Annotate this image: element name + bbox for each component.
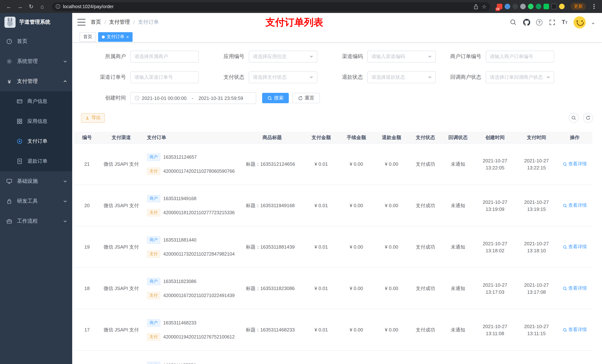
sidebar-item-devtools[interactable]: 研发工具 (0, 191, 72, 211)
merchant-order-no: 1635311157576 (163, 363, 196, 364)
paid-time: 13:11:15 (527, 330, 546, 337)
view-detail-link[interactable]: 查看详情 (563, 161, 587, 167)
back-icon[interactable]: ← (4, 2, 13, 11)
pay-status-select[interactable]: 请选择支付状态 (249, 71, 317, 83)
cell-refund: ¥ 0.00 (374, 203, 409, 208)
cell-fee: ¥ 0.00 (339, 327, 374, 333)
placeholder-text: 请输入渠道订单号 (134, 74, 195, 81)
reset-button[interactable]: 重置 (292, 93, 320, 103)
merchant-order-no: 1635311823086 (163, 279, 196, 284)
bookmark-star-icon[interactable]: ☆ (482, 3, 486, 10)
ext-dark-icon[interactable] (512, 4, 518, 9)
ext-emoji-icon[interactable] (559, 4, 565, 9)
channel-code-select[interactable]: 请输入渠道编码 (367, 51, 436, 62)
sidebar-item-system[interactable]: 系统管理 (0, 52, 72, 71)
view-detail-link[interactable]: 查看详情 (563, 285, 587, 291)
date-start-value[interactable]: 2021-10-01 00:00:00 (142, 95, 186, 101)
channel-order-no-input[interactable]: 请输入渠道订单号 (130, 71, 199, 83)
cell-id: 18 (74, 286, 100, 291)
merchant-select[interactable]: 请选择所属商户 (130, 51, 199, 62)
lock-icon (6, 198, 13, 205)
briefcase-icon (6, 218, 13, 225)
sidebar-menu: 首页 系统管理 ¥ 支付管理 (0, 31, 72, 231)
breadcrumb-payment[interactable]: 支付管理 (109, 19, 130, 26)
address-bar[interactable]: localhost:1024/pay/order ☆ (52, 2, 490, 11)
sidebar-item-refund-order[interactable]: 退款订单 (0, 151, 72, 171)
cell-paid: 2021-10-27 13:18:10 (516, 240, 557, 254)
payment-submenu: 商户信息 应用信息 支付订单 (0, 91, 72, 171)
ext-chat-icon[interactable] (544, 4, 549, 9)
view-detail-link[interactable]: 查看详情 (563, 244, 587, 250)
cell-id: 21 (74, 161, 100, 167)
sidebar-toggle-icon[interactable] (77, 19, 86, 26)
logo-image (4, 17, 16, 28)
share-icon[interactable] (474, 4, 479, 9)
search-icon[interactable] (509, 19, 517, 26)
sidebar-item-merchant-info[interactable]: 商户信息 (0, 91, 72, 111)
browser-menu-icon[interactable] (593, 6, 595, 7)
pay-tag: 支付 (147, 209, 160, 216)
cell-order: 商户 1635311881440 支付 42000011732021102728… (142, 233, 241, 261)
paid-time: 13:19:15 (527, 206, 546, 213)
cell-amount: ¥ 0.01 (304, 286, 339, 291)
search-toggle-button[interactable] (569, 113, 579, 123)
created-date: 2021-10-27 (483, 157, 507, 164)
user-avatar[interactable] (573, 16, 586, 28)
ext-check-icon[interactable] (536, 4, 541, 9)
created-time: 13:11:08 (486, 330, 504, 337)
sidebar-item-payment[interactable]: ¥ 支付管理 (0, 71, 72, 91)
date-end-value[interactable]: 2021-10-31 23:59:59 (198, 95, 243, 101)
sidebar-item-workflow[interactable]: 工作流程 (0, 211, 72, 231)
url-text[interactable]: localhost:1024/pay/order (63, 4, 471, 9)
font-size-icon[interactable]: TT (562, 19, 568, 25)
app-select[interactable]: 请选择应用信息 (249, 51, 317, 62)
column-header: 回调状态 (442, 134, 474, 141)
cell-id: 17 (74, 327, 100, 333)
fullscreen-icon[interactable] (548, 19, 556, 26)
ext-red-icon[interactable]: 10 (497, 4, 502, 9)
pay-tag: 支付 (147, 333, 160, 341)
create-time-range-picker[interactable]: 2021-10-01 00:00:00 - 2021-10-31 23:59:5… (130, 92, 256, 104)
column-header: 支付渠道 (100, 134, 142, 141)
cell-channel: 微信 JSAPI 支付 (100, 326, 142, 333)
cell-title: 标题：1635311823086 (241, 285, 304, 292)
breadcrumb-home[interactable]: 首页 (91, 19, 101, 26)
ext-blue-icon[interactable] (505, 4, 510, 9)
view-detail-link[interactable]: 查看详情 (563, 202, 587, 209)
view-detail-link[interactable]: 查看详情 (563, 327, 587, 333)
tab-pay-order[interactable]: 支付订单 × (98, 32, 133, 42)
refresh-button[interactable] (583, 113, 593, 123)
site-info-icon[interactable] (55, 4, 60, 9)
forward-icon[interactable]: → (16, 2, 24, 11)
app-frame: 芋道管理系统 首页 系统管理 (0, 13, 602, 364)
chrome-update-button[interactable]: 更新 (570, 3, 586, 10)
merchant-order-no-input[interactable]: 请输入商户订单编号 (486, 51, 554, 62)
yen-icon: ¥ (6, 78, 13, 85)
close-icon[interactable]: × (126, 35, 129, 39)
home-icon[interactable]: ⌂ (38, 2, 47, 11)
github-icon[interactable] (523, 19, 530, 26)
ext-pin-icon[interactable] (551, 4, 557, 9)
paid-date: 2021-10-27 (524, 240, 549, 247)
reload-icon[interactable]: ↻ (27, 2, 35, 11)
refund-status-select[interactable]: 请选择退款状态 (367, 71, 436, 83)
sidebar-item-pay-order[interactable]: 支付订单 (0, 131, 72, 151)
export-button[interactable]: 导出 (81, 113, 105, 123)
notify-status-select[interactable]: 请选择订单回调商户状态 (486, 71, 554, 83)
tab-home[interactable]: 首页 (80, 32, 96, 42)
cell-notify: 未通知 (442, 326, 474, 333)
ext-gray-icon[interactable] (520, 4, 526, 9)
help-icon[interactable]: ? (536, 19, 542, 25)
created-date: 2021-10-27 (483, 323, 507, 330)
cell-status: 支付成功 (409, 326, 442, 333)
avatar-dropdown-caret-icon[interactable] (592, 23, 595, 26)
export-button-label: 导出 (91, 115, 101, 121)
paid-date: 2021-10-27 (524, 323, 549, 330)
cell-channel: 微信 JSAPI 支付 (100, 161, 142, 167)
sidebar-item-app-info[interactable]: 应用信息 (0, 111, 72, 131)
sidebar-item-infra[interactable]: 基础设施 (0, 171, 72, 191)
sidebar-item-home[interactable]: 首页 (0, 31, 72, 52)
search-button[interactable]: 搜索 (262, 93, 289, 103)
column-header: 操作 (557, 134, 592, 141)
ext-green-icon[interactable] (528, 4, 534, 9)
